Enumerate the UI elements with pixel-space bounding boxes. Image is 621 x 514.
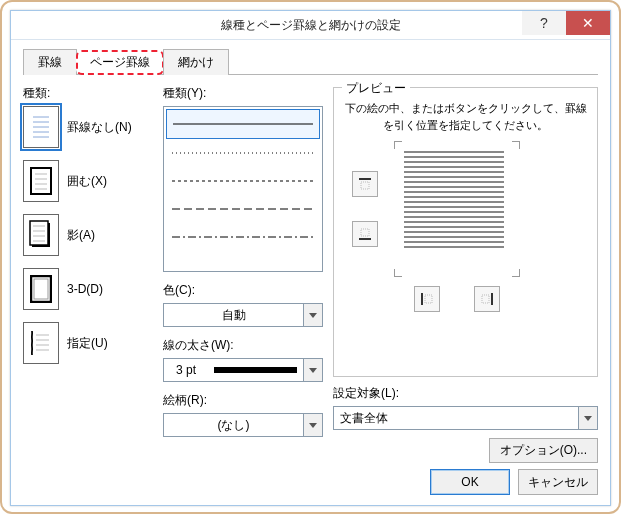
- close-icon: ✕: [582, 15, 594, 31]
- art-label: 絵柄(R):: [163, 392, 323, 409]
- border-left-button[interactable]: [414, 286, 440, 312]
- setting-box[interactable]: 囲む(X): [23, 160, 153, 202]
- setting-box-label: 囲む(X): [67, 173, 107, 190]
- line-style-dash[interactable]: [166, 195, 320, 223]
- svg-rect-33: [425, 295, 432, 303]
- line-style-solid[interactable]: [166, 109, 320, 139]
- chevron-down-icon: [578, 407, 597, 429]
- cancel-button[interactable]: キャンセル: [518, 469, 598, 495]
- setting-3d[interactable]: 3-D(D): [23, 268, 153, 310]
- help-button[interactable]: ?: [522, 11, 566, 35]
- preview-legend: プレビュー: [342, 80, 410, 97]
- art-select[interactable]: (なし): [163, 413, 323, 437]
- apply-to-label: 設定対象(L):: [333, 385, 598, 402]
- setting-shadow-label: 影(A): [67, 227, 95, 244]
- line-style-fine-dash[interactable]: [166, 167, 320, 195]
- setting-none-icon: [23, 106, 59, 148]
- svg-rect-29: [361, 182, 369, 189]
- style-label: 種類(Y):: [163, 85, 323, 102]
- setting-3d-label: 3-D(D): [67, 282, 103, 296]
- line-style-dashdot[interactable]: [166, 223, 320, 251]
- border-bottom-button[interactable]: [352, 221, 378, 247]
- chevron-down-icon: [303, 359, 322, 381]
- width-value: 3 pt: [164, 363, 208, 377]
- apply-to-select[interactable]: 文書全体: [333, 406, 598, 430]
- art-value: (なし): [164, 414, 303, 436]
- tab-strip: 罫線 ページ罫線 網かけ: [23, 48, 598, 75]
- corner-marker-icon: [394, 269, 402, 277]
- color-value: 自動: [164, 304, 303, 326]
- preview-page-icon: [404, 151, 504, 261]
- apply-to-value: 文書全体: [334, 407, 578, 429]
- setting-label: 種類:: [23, 85, 153, 102]
- border-top-button[interactable]: [352, 171, 378, 197]
- line-style-list[interactable]: [163, 106, 323, 272]
- svg-rect-6: [31, 168, 51, 194]
- preview-hint: 下の絵の中、またはボタンをクリックして、罫線を引く位置を指定してください。: [344, 100, 587, 133]
- setting-custom-label: 指定(U): [67, 335, 108, 352]
- preview-group: プレビュー 下の絵の中、またはボタンをクリックして、罫線を引く位置を指定してくだ…: [333, 87, 598, 377]
- border-right-button[interactable]: [474, 286, 500, 312]
- tab-page-border[interactable]: ページ罫線: [76, 50, 164, 75]
- tab-shading[interactable]: 網かけ: [163, 49, 229, 75]
- help-icon: ?: [540, 15, 548, 31]
- svg-rect-34: [482, 295, 489, 303]
- setting-shadow-icon: [23, 214, 59, 256]
- chevron-down-icon: [303, 304, 322, 326]
- setting-custom-icon: [23, 322, 59, 364]
- line-style-dotted[interactable]: [166, 139, 320, 167]
- titlebar: 線種とページ罫線と網かけの設定 ? ✕: [11, 11, 610, 40]
- width-select[interactable]: 3 pt: [163, 358, 323, 382]
- close-button[interactable]: ✕: [566, 11, 610, 35]
- tab-borders[interactable]: 罫線: [23, 49, 77, 75]
- ok-button[interactable]: OK: [430, 469, 510, 495]
- setting-box-icon: [23, 160, 59, 202]
- svg-rect-30: [361, 229, 369, 236]
- width-sample-icon: [214, 367, 297, 373]
- corner-marker-icon: [394, 141, 402, 149]
- options-button[interactable]: オプション(O)...: [489, 438, 598, 463]
- setting-none-label: 罫線なし(N): [67, 119, 132, 136]
- corner-marker-icon: [512, 269, 520, 277]
- setting-shadow[interactable]: 影(A): [23, 214, 153, 256]
- corner-marker-icon: [512, 141, 520, 149]
- chevron-down-icon: [303, 414, 322, 436]
- setting-3d-icon: [23, 268, 59, 310]
- window-title: 線種とページ罫線と網かけの設定: [11, 17, 610, 34]
- setting-custom[interactable]: 指定(U): [23, 322, 153, 364]
- color-select[interactable]: 自動: [163, 303, 323, 327]
- preview-canvas[interactable]: [344, 141, 587, 311]
- borders-shading-dialog: 線種とページ罫線と網かけの設定 ? ✕ 罫線 ページ罫線 網かけ 種類: 罫線な…: [10, 10, 611, 506]
- color-label: 色(C):: [163, 282, 323, 299]
- setting-none[interactable]: 罫線なし(N): [23, 106, 153, 148]
- width-label: 線の太さ(W):: [163, 337, 323, 354]
